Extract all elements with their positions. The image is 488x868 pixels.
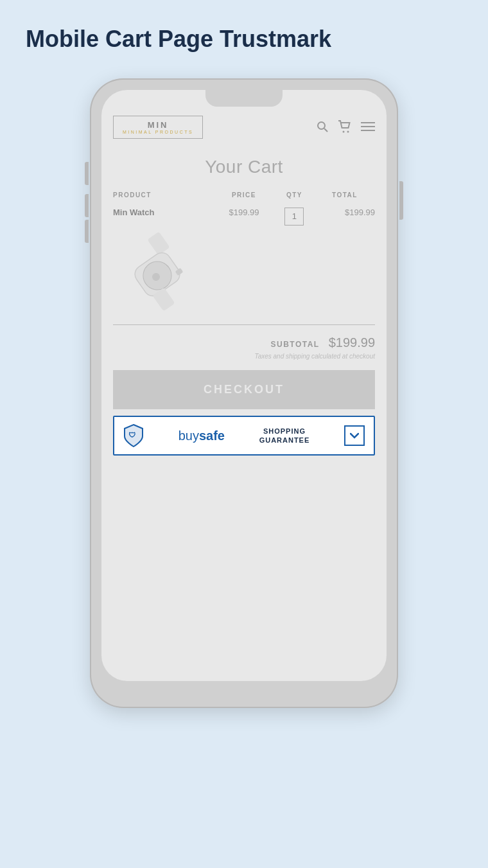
col-header-total: TOTAL — [315, 191, 375, 199]
checkout-button[interactable]: CHECKOUT — [113, 370, 375, 409]
logo-top-text: MIN — [123, 120, 193, 130]
buysafe-trustmark[interactable]: 🛡 buysafe SHOPPING GUARANTEE — [113, 416, 375, 456]
shopping-guarantee-text: SHOPPING GUARANTEE — [259, 427, 310, 445]
subtotal-row: SUBTOTAL $199.99 — [113, 335, 375, 350]
phone-notch — [205, 90, 283, 107]
cart-row: Min Watch $199.99 1 $199.99 — [113, 208, 375, 226]
svg-rect-7 — [147, 231, 170, 255]
trustmark-expand-button[interactable] — [344, 425, 365, 446]
product-name: Min Watch — [113, 208, 214, 217]
nav-icons — [316, 120, 375, 135]
search-icon[interactable] — [316, 120, 329, 135]
brand-logo: MIN MINIMAL PRODUCTS — [113, 116, 203, 139]
logo-bottom-text: MINIMAL PRODUCTS — [123, 130, 193, 134]
phone-screen: MIN MINIMAL PRODUCTS — [101, 90, 387, 681]
buy-text: buy — [179, 429, 199, 443]
svg-line-1 — [324, 128, 327, 132]
safe-text: safe — [199, 429, 225, 443]
product-total: $199.99 — [315, 208, 375, 217]
buysafe-shield-icon: 🛡 — [123, 423, 144, 448]
subtotal-label: SUBTOTAL — [270, 340, 319, 349]
menu-icon[interactable] — [361, 121, 375, 134]
svg-point-0 — [318, 122, 325, 129]
svg-point-3 — [347, 130, 349, 132]
shopping-text: SHOPPING — [259, 427, 310, 436]
cart-title: Your Cart — [113, 157, 375, 177]
buysafe-brand-text: buysafe — [179, 429, 225, 443]
col-header-product: PRODUCT — [113, 191, 214, 199]
guarantee-text: GUARANTEE — [259, 436, 310, 445]
tax-note: Taxes and shipping calculated at checkou… — [113, 353, 375, 360]
cart-divider — [113, 324, 375, 325]
product-image-area — [113, 231, 375, 314]
svg-point-2 — [343, 130, 345, 132]
nav-bar: MIN MINIMAL PRODUCTS — [113, 107, 375, 145]
product-qty: 1 — [274, 208, 315, 226]
col-header-price: PRICE — [214, 191, 274, 199]
qty-value[interactable]: 1 — [284, 208, 304, 226]
subtotal-value: $199.99 — [329, 335, 375, 350]
page-title: Mobile Cart Page Trustmark — [13, 26, 331, 53]
col-header-qty: QTY — [274, 191, 315, 199]
watch-image — [113, 231, 216, 314]
buysafe-logo: 🛡 — [123, 423, 144, 448]
cart-table-header: PRODUCT PRICE QTY TOTAL — [113, 188, 375, 202]
svg-text:🛡: 🛡 — [128, 431, 135, 439]
screen-content: MIN MINIMAL PRODUCTS — [101, 107, 387, 468]
cart-icon[interactable] — [338, 120, 352, 135]
product-price: $199.99 — [214, 208, 274, 217]
phone-shell: MIN MINIMAL PRODUCTS — [90, 78, 398, 708]
